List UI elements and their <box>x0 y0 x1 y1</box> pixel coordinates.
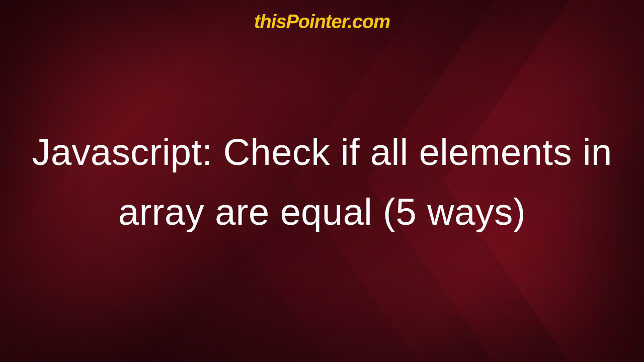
title-wrapper: Javascript: Check if all elements in arr… <box>0 33 644 362</box>
banner-container: thisPointer.com Javascript: Check if all… <box>0 0 644 362</box>
site-watermark: thisPointer.com <box>254 11 390 33</box>
article-title: Javascript: Check if all elements in arr… <box>30 123 614 242</box>
